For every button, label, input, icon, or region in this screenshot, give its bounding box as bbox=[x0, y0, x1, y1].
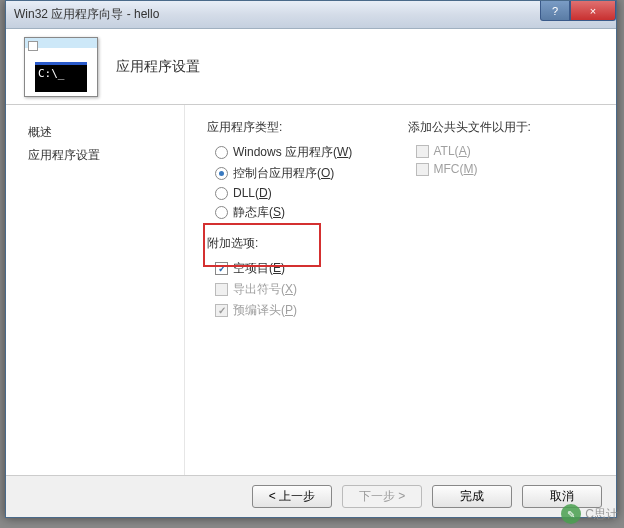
check-precompiled-header: 预编译头(P) bbox=[207, 300, 398, 321]
checkbox-icon bbox=[416, 145, 429, 158]
sidebar-item-overview[interactable]: 概述 bbox=[28, 121, 184, 144]
checkbox-icon bbox=[215, 283, 228, 296]
check-empty-project[interactable]: 空项目(E) bbox=[207, 258, 398, 279]
close-button[interactable]: × bbox=[570, 1, 616, 21]
help-button[interactable]: ? bbox=[540, 1, 570, 21]
check-atl: ATL(A) bbox=[408, 142, 599, 160]
watermark: ✎ C思计 bbox=[561, 504, 618, 524]
radio-icon bbox=[215, 167, 228, 180]
sidebar-item-appsettings[interactable]: 应用程序设置 bbox=[28, 144, 184, 167]
radio-icon bbox=[215, 146, 228, 159]
body: 概述 应用程序设置 应用程序类型: Windows 应用程序(W) 控制台应用程… bbox=[6, 105, 616, 475]
radio-dll[interactable]: DLL(D) bbox=[207, 184, 398, 202]
console-icon: C:\_ bbox=[24, 37, 98, 97]
page-title: 应用程序设置 bbox=[116, 58, 200, 76]
footer: < 上一步 下一步 > 完成 取消 bbox=[6, 475, 616, 517]
radio-icon bbox=[215, 206, 228, 219]
titlebar: Win32 应用程序向导 - hello ? × bbox=[6, 1, 616, 29]
radio-console-app[interactable]: 控制台应用程序(O) bbox=[207, 163, 398, 184]
checkbox-icon bbox=[215, 304, 228, 317]
headers-label: 添加公共头文件以用于: bbox=[408, 119, 599, 136]
next-button: 下一步 > bbox=[342, 485, 422, 508]
prev-button[interactable]: < 上一步 bbox=[252, 485, 332, 508]
window-title: Win32 应用程序向导 - hello bbox=[14, 6, 159, 23]
radio-icon bbox=[215, 187, 228, 200]
radio-windows-app[interactable]: Windows 应用程序(W) bbox=[207, 142, 398, 163]
finish-button[interactable]: 完成 bbox=[432, 485, 512, 508]
wizard-window: Win32 应用程序向导 - hello ? × C:\_ 应用程序设置 概述 … bbox=[5, 0, 617, 518]
header: C:\_ 应用程序设置 bbox=[6, 29, 616, 105]
sidebar: 概述 应用程序设置 bbox=[6, 105, 184, 475]
watermark-icon: ✎ bbox=[561, 504, 581, 524]
check-export-symbols: 导出符号(X) bbox=[207, 279, 398, 300]
app-type-label: 应用程序类型: bbox=[207, 119, 398, 136]
checkbox-icon bbox=[215, 262, 228, 275]
extra-label: 附加选项: bbox=[207, 235, 398, 252]
checkbox-icon bbox=[416, 163, 429, 176]
content: 应用程序类型: Windows 应用程序(W) 控制台应用程序(O) DLL(D… bbox=[184, 105, 616, 475]
radio-static-lib[interactable]: 静态库(S) bbox=[207, 202, 398, 223]
check-mfc: MFC(M) bbox=[408, 160, 599, 178]
